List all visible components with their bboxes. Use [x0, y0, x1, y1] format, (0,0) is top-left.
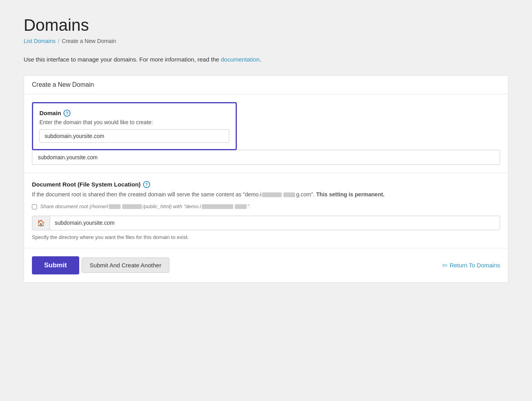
return-to-domains-link[interactable]: ⇦ Return To Domains: [442, 261, 500, 269]
card-header: Create a New Domain: [24, 76, 508, 94]
documentation-link[interactable]: documentation: [221, 56, 259, 63]
breadcrumb-separator: /: [58, 38, 60, 44]
doc-root-section: Document Root (File System Location) ? I…: [24, 173, 508, 230]
domain-field-label: Domain ?: [39, 110, 229, 117]
submit-and-create-another-button[interactable]: Submit And Create Another: [82, 257, 170, 273]
domain-full-input-row: [24, 150, 508, 165]
doc-root-description: If the document root is shared then the …: [32, 190, 500, 199]
domain-input[interactable]: [39, 129, 229, 143]
share-doc-root-row: Share document root (/home/i/public_html…: [32, 203, 500, 209]
doc-root-helper-text: Specify the directory where you want the…: [24, 234, 508, 240]
doc-root-label: Document Root (File System Location) ?: [32, 181, 500, 188]
doc-root-input[interactable]: [50, 216, 500, 230]
actions-row: Submit Submit And Create Another ⇦ Retur…: [24, 248, 508, 282]
share-doc-root-checkbox[interactable]: [32, 204, 37, 209]
domain-full-input[interactable]: [32, 150, 500, 165]
breadcrumb: List Domains / Create a New Domain: [24, 38, 508, 44]
domain-field-section: Domain ? Enter the domain that you would…: [24, 94, 508, 150]
breadcrumb-current: Create a New Domain: [62, 38, 116, 44]
submit-button[interactable]: Submit: [32, 256, 79, 274]
breadcrumb-parent-link[interactable]: List Domains: [24, 38, 56, 44]
domain-field-description: Enter the domain that you would like to …: [39, 119, 229, 125]
doc-root-input-wrapper: 🏠: [32, 216, 500, 230]
share-doc-root-label: Share document root (/home/i/public_html…: [40, 203, 251, 209]
page-description: Use this interface to manage your domain…: [24, 55, 508, 64]
card-body: Domain ? Enter the domain that you would…: [24, 94, 508, 282]
doc-root-help-icon[interactable]: ?: [143, 181, 150, 188]
domain-help-icon[interactable]: ?: [63, 110, 71, 117]
page-title: Domains: [24, 16, 508, 35]
domain-highlight-box: Domain ? Enter the domain that you would…: [32, 102, 237, 150]
create-domain-card: Create a New Domain Domain ? Enter the d…: [24, 75, 508, 283]
home-icon: 🏠: [32, 216, 50, 230]
return-arrow-icon: ⇦: [442, 261, 447, 269]
